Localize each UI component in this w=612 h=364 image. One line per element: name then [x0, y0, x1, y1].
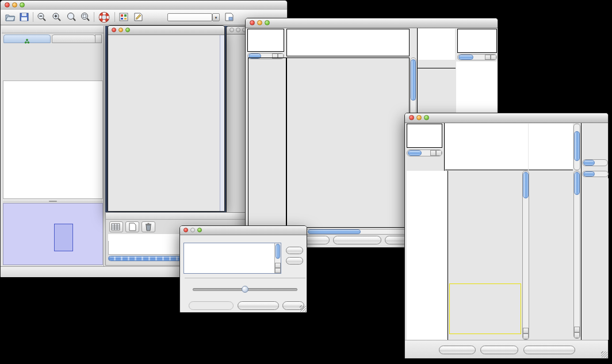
- help-lifesaver-icon[interactable]: [98, 12, 110, 23]
- slider-thumb[interactable]: [242, 286, 248, 293]
- animation-speed-slider[interactable]: [193, 288, 297, 291]
- create-vizmap-button[interactable]: [238, 301, 279, 310]
- scroll-right-arrow[interactable]: [491, 55, 496, 60]
- scroll-down-arrow[interactable]: [523, 334, 529, 339]
- annotation-icon[interactable]: [133, 12, 144, 22]
- export-graphics-button[interactable]: [333, 236, 381, 244]
- minimize-button[interactable]: [257, 20, 262, 25]
- scroll-thumb[interactable]: [276, 244, 280, 259]
- scroll-thumb[interactable]: [574, 172, 580, 195]
- minimize-button[interactable]: [118, 28, 123, 32]
- resize-grip[interactable]: [300, 305, 306, 312]
- network-file-icon[interactable]: [224, 12, 235, 22]
- treeview2-usage-hints: [582, 124, 608, 157]
- export-graphics-button[interactable]: [523, 346, 575, 354]
- zoom-button[interactable]: [20, 2, 25, 7]
- network1-titlebar[interactable]: [108, 26, 224, 35]
- scroll-left-arrow[interactable]: [430, 150, 436, 156]
- settings-button[interactable]: [439, 346, 476, 354]
- dialog-titlebar[interactable]: [180, 226, 307, 235]
- treeview1-usage-hints: [457, 29, 497, 53]
- treeview1-row-dendrogram[interactable]: [248, 58, 286, 228]
- attribute-listbox[interactable]: [183, 243, 281, 274]
- treeview2-titlebar[interactable]: [405, 113, 608, 123]
- treeview1-heatmap[interactable]: [286, 58, 410, 228]
- scroll-down-arrow[interactable]: [574, 332, 580, 338]
- treeview2-row-dendrogram[interactable]: [407, 171, 447, 340]
- search-dropdown-button[interactable]: ▼: [212, 13, 220, 21]
- scroll-thumb[interactable]: [583, 171, 595, 177]
- network-canvas[interactable]: [109, 35, 220, 211]
- treeview2-heatmap[interactable]: [447, 171, 522, 340]
- network-overview[interactable]: [3, 203, 103, 265]
- scroll-thumb[interactable]: [574, 131, 580, 161]
- zoom-in-icon[interactable]: [51, 12, 62, 22]
- treeview1-titlebar[interactable]: [246, 18, 498, 28]
- close-button[interactable]: [250, 20, 255, 25]
- zoom-button[interactable]: [197, 228, 202, 232]
- zoom-button[interactable]: [125, 28, 130, 32]
- overview-canvas: [3, 204, 102, 265]
- scroll-down-arrow[interactable]: [275, 268, 281, 273]
- tab-vizmapper[interactable]: [52, 35, 95, 43]
- save-data-button[interactable]: [480, 346, 518, 354]
- tab-network[interactable]: [3, 35, 51, 43]
- move-down-button[interactable]: [286, 257, 303, 265]
- scroll-right-arrow[interactable]: [436, 150, 442, 156]
- select-attributes-button[interactable]: [109, 221, 123, 232]
- scroll-thumb[interactable]: [458, 55, 473, 60]
- zoom-fit-icon[interactable]: [66, 12, 77, 22]
- panel-splitter[interactable]: [3, 200, 103, 202]
- scroll-up-arrow[interactable]: [574, 327, 580, 332]
- network-list-empty-area[interactable]: [3, 81, 103, 199]
- move-up-button[interactable]: [286, 247, 303, 254]
- search-input[interactable]: [167, 13, 212, 21]
- animate-vizmap-button[interactable]: [189, 301, 234, 310]
- vizmapper-icon[interactable]: [118, 12, 129, 22]
- close-button[interactable]: [183, 228, 188, 232]
- treeview2-header-vscrollbar[interactable]: [573, 124, 580, 170]
- zoom-selected-icon[interactable]: [80, 12, 91, 22]
- zoom-button[interactable]: [265, 20, 270, 25]
- minimize-button[interactable]: [416, 115, 422, 120]
- delete-attribute-button[interactable]: [141, 221, 155, 232]
- scroll-thumb[interactable]: [523, 172, 529, 198]
- overview-viewport-rect[interactable]: [54, 224, 73, 251]
- save-icon[interactable]: [19, 12, 30, 22]
- treeview2-vscrollbar[interactable]: [522, 171, 529, 340]
- minimize-button[interactable]: [190, 228, 195, 232]
- scroll-thumb[interactable]: [408, 150, 422, 156]
- treeview2-zoom-vscrollbar[interactable]: [573, 171, 580, 339]
- close-button[interactable]: [409, 115, 414, 120]
- treeview2-genes-hscrollbar[interactable]: [582, 171, 609, 177]
- scroll-thumb[interactable]: [583, 160, 595, 166]
- scroll-up-arrow[interactable]: [523, 328, 529, 334]
- main-titlebar[interactable]: [1, 1, 287, 10]
- treeview1-hints-scrollbar[interactable]: [457, 54, 497, 60]
- close-button[interactable]: [112, 28, 116, 32]
- new-attribute-button[interactable]: [125, 221, 139, 232]
- heatmap-selection-rect[interactable]: [449, 283, 521, 334]
- close-button[interactable]: [230, 28, 234, 32]
- minimize-button[interactable]: [236, 28, 240, 32]
- zoom-out-icon[interactable]: [36, 12, 47, 22]
- scroll-thumb[interactable]: [308, 229, 361, 234]
- treeview1-column-dendrogram[interactable]: [286, 29, 410, 56]
- scroll-left-arrow[interactable]: [485, 55, 491, 60]
- scroll-up-arrow[interactable]: [275, 263, 281, 268]
- resize-grip[interactable]: [601, 351, 607, 358]
- treeview2-column-dendrogram[interactable]: [445, 124, 528, 170]
- close-button[interactable]: [5, 2, 10, 7]
- treeview2-status-scrollbar[interactable]: [407, 150, 442, 156]
- treeview2-hints-scrollbar[interactable]: [582, 159, 608, 166]
- treeview1-mini-heatmap[interactable]: [419, 71, 452, 98]
- attribute-list-scrollbar[interactable]: [274, 243, 281, 273]
- zoom-button[interactable]: [424, 115, 429, 120]
- treeview2-gene-labels: [583, 178, 609, 340]
- open-file-icon[interactable]: [5, 12, 16, 22]
- scroll-thumb[interactable]: [411, 59, 416, 101]
- tab-overflow-button[interactable]: [95, 35, 102, 43]
- network-vscrollbar[interactable]: [220, 35, 224, 211]
- minimize-button[interactable]: [12, 2, 17, 7]
- treeview2-zoom-heatmap[interactable]: [529, 171, 573, 339]
